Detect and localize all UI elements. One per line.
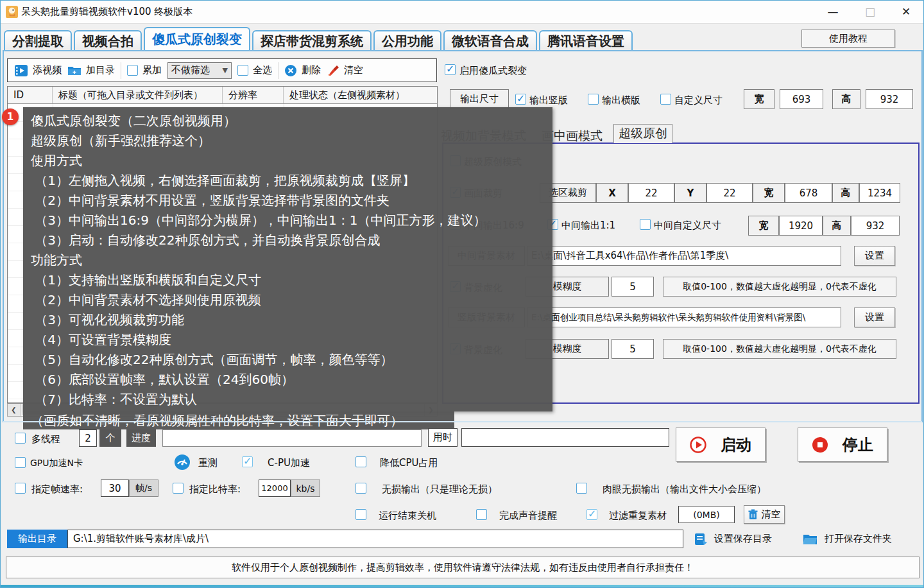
output-horizontal-checkbox[interactable] xyxy=(588,94,599,105)
fps-unit: 帧/s xyxy=(129,480,158,497)
thread-count-input[interactable]: 2 xyxy=(79,429,97,447)
sound-alert-checkbox[interactable] xyxy=(476,509,487,520)
minimize-button[interactable]: — xyxy=(818,2,848,21)
window-bottom-edge xyxy=(1,585,924,588)
bitrate-input[interactable]: 12000 xyxy=(259,480,291,497)
accumulate-checkbox[interactable]: 累加 xyxy=(127,64,162,76)
lossless-checkbox[interactable] xyxy=(355,483,366,494)
maximize-button[interactable]: □ xyxy=(855,2,885,21)
add-directory-label: 加目录 xyxy=(86,64,115,76)
tooltip-line: 使用方式 xyxy=(31,151,545,171)
tooltip-line: （2）中间背景素材不用设置，竖版背景选择带背景图的文件夹 xyxy=(31,191,545,211)
column-header-title[interactable]: 标题（可拖入目录或文件到列表） xyxy=(53,87,223,103)
clear-list-button[interactable]: 清空 xyxy=(327,64,363,77)
width-label: 宽 xyxy=(744,89,774,109)
select-all-checkbox[interactable]: 全选 xyxy=(237,64,272,76)
custom-size-checkbox[interactable] xyxy=(660,94,671,105)
bitrate-checkbox[interactable] xyxy=(173,483,184,494)
blur1-value-input[interactable]: 5 xyxy=(612,277,654,297)
tab-video-duet[interactable]: 视频合拍 xyxy=(74,30,142,51)
enable-fission-checkbox[interactable] xyxy=(445,64,456,75)
stop-button[interactable]: 停止 xyxy=(798,428,887,462)
blur1-hint: 取值0-100，数值越大虚化越明显，0代表不虚化 xyxy=(663,277,896,297)
cpu-accel-checkbox[interactable] xyxy=(242,456,253,467)
retest-label[interactable]: 重测 xyxy=(198,457,218,469)
tooltip-line: （1）左侧拖入视频，右侧选择画面裁剪，把原视频裁剪成【竖屏】 xyxy=(31,171,545,191)
lower-cpu-checkbox[interactable] xyxy=(355,456,366,467)
tab-foolproof-fission[interactable]: 傻瓜式原创裂变 xyxy=(144,27,250,51)
mid-custom-checkbox[interactable] xyxy=(640,219,651,230)
tutorial-button[interactable]: 使用教程 xyxy=(801,30,895,48)
output-vertical-checkbox[interactable] xyxy=(515,94,526,105)
output-width-input[interactable]: 693 xyxy=(780,89,823,109)
column-header-resolution[interactable]: 分辨率 xyxy=(223,87,284,103)
tooltip-line: （2）中间背景素材不选择则使用原视频 xyxy=(31,290,545,310)
mid-bg-path-input[interactable]: E:\桌面\抖音工具x64\作品\作者作品\第1季度\ xyxy=(527,246,841,266)
gpu-accel-label: GPU加速N卡 xyxy=(30,458,83,469)
tab-store-mix[interactable]: 探店带货混剪系统 xyxy=(252,30,372,51)
column-header-id[interactable]: ID xyxy=(8,87,53,103)
add-video-button[interactable]: 添视频 xyxy=(14,64,62,77)
tooltip-line: 功能方式 xyxy=(31,250,545,270)
window-title: 呆头鹅批量剪辑视频软件v100 终极版本 xyxy=(21,6,193,18)
column-header-status[interactable]: 处理状态（左侧视频素材） xyxy=(284,87,437,103)
mid-width-input[interactable]: 1920 xyxy=(779,216,823,236)
enable-fission-label: 启用傻瓜式裂变 xyxy=(459,65,527,77)
speedometer-icon[interactable] xyxy=(174,454,191,471)
tooltip-line: （6）底部设置帧率，默认设置（24到60帧） xyxy=(31,370,545,390)
accumulate-checkbox-box[interactable] xyxy=(127,65,138,76)
stop-icon xyxy=(812,437,828,453)
elapsed-time-input[interactable] xyxy=(461,428,669,447)
crop-x-label: X xyxy=(596,183,628,203)
vert-bg-path-input[interactable]: E:\桌面创业项目总结\呆头鹅剪辑软件\呆头鹅剪辑软件使用资料\背景图\ xyxy=(527,307,841,327)
output-horizontal-label: 输出横版 xyxy=(602,94,640,107)
scroll-left-arrow[interactable]: ❮ xyxy=(8,404,21,416)
start-button[interactable]: 启动 xyxy=(676,428,766,462)
tooltip-line: （3）中间输出16:9（中间部分为横屏），中间输出1：1（中间正方形，建议） xyxy=(31,211,545,230)
multithread-label: 多线程 xyxy=(31,433,60,445)
blur2-value-input[interactable]: 5 xyxy=(612,339,654,359)
fps-input[interactable]: 30 xyxy=(101,480,129,497)
play-icon xyxy=(690,437,706,453)
toolbar-separator xyxy=(121,62,121,79)
crop-width-input[interactable]: 678 xyxy=(785,183,832,203)
mid-height-input[interactable]: 932 xyxy=(851,216,900,236)
output-vertical-label: 输出竖版 xyxy=(529,94,568,107)
filter-dup-checkbox[interactable] xyxy=(586,509,597,520)
shutdown-checkbox[interactable] xyxy=(355,509,366,520)
crop-y-input[interactable]: 22 xyxy=(706,183,753,203)
save-settings-icon[interactable] xyxy=(694,532,708,546)
multithread-checkbox[interactable] xyxy=(15,433,26,444)
mid-bg-set-button[interactable]: 设置 xyxy=(854,246,895,266)
tab-super-original[interactable]: 超级原创 xyxy=(613,124,672,143)
save-settings-label[interactable]: 设置保存目录 xyxy=(714,533,772,545)
gpu-accel-checkbox[interactable] xyxy=(15,457,26,468)
visual-lossless-checkbox[interactable] xyxy=(576,483,587,494)
progress-label: 进度 xyxy=(126,429,156,447)
delete-button[interactable]: 删除 xyxy=(284,64,321,77)
add-directory-button[interactable]: 加目录 xyxy=(67,64,115,76)
clear-dup-button[interactable]: 清空 xyxy=(744,505,785,524)
crop-height-input[interactable]: 1234 xyxy=(859,183,900,203)
disclaimer-text: 软件仅用于个人原创视频制作，提高剪辑效率，使用软件请遵守法律法规，如有违反由使用… xyxy=(232,562,694,574)
output-dir-button[interactable]: 输出目录 xyxy=(7,530,67,548)
open-folder-icon[interactable] xyxy=(803,533,817,545)
crop-x-input[interactable]: 22 xyxy=(628,183,674,203)
filter-select[interactable]: 不做筛选 ▼ xyxy=(167,62,232,79)
add-video-label: 添视频 xyxy=(33,64,62,76)
tab-common-functions[interactable]: 公用功能 xyxy=(373,30,441,51)
output-path-input[interactable]: G:\1.剪辑软件账号素材库\成片\ xyxy=(67,530,683,548)
tooltip-line: （3）可视化视频裁剪功能 xyxy=(31,310,545,330)
tab-tencent-tts[interactable]: 腾讯语音设置 xyxy=(539,30,633,51)
output-size-button[interactable]: 输出尺寸 xyxy=(450,89,509,109)
select-all-checkbox-box[interactable] xyxy=(237,65,248,76)
fps-checkbox[interactable] xyxy=(15,483,26,494)
tab-split-extract[interactable]: 分割提取 xyxy=(4,30,72,51)
output-height-input[interactable]: 932 xyxy=(866,89,913,109)
vert-bg-set-button[interactable]: 设置 xyxy=(854,307,895,327)
open-folder-label[interactable]: 打开保存文件夹 xyxy=(825,533,892,545)
title-bar: 呆头鹅批量剪辑视频软件v100 终极版本 — □ ✕ xyxy=(1,1,924,24)
mid-height-label: 高 xyxy=(823,216,851,236)
tab-ms-tts[interactable]: 微软语音合成 xyxy=(443,30,537,51)
close-button[interactable]: ✕ xyxy=(891,2,921,21)
